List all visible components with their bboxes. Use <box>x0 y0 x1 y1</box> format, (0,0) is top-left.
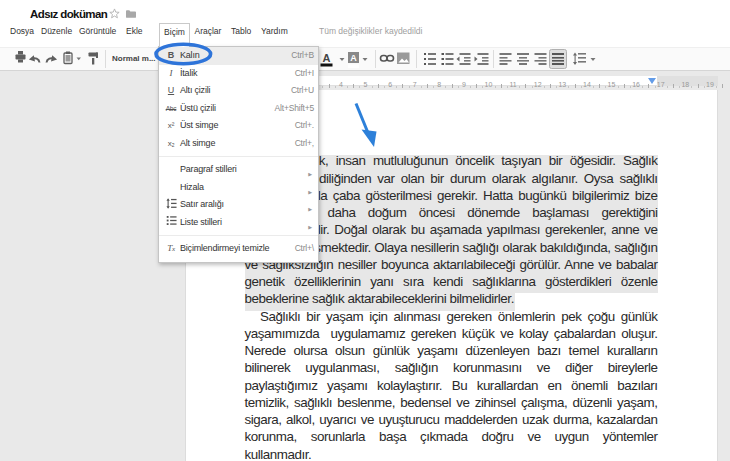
svg-text:A: A <box>350 53 357 63</box>
svg-text:A: A <box>323 52 331 64</box>
